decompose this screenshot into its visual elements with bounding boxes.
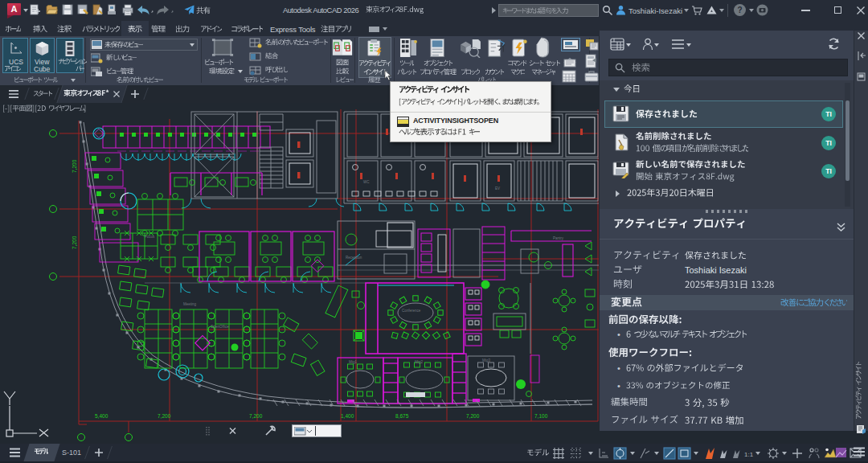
svg-text:Mtg3: Mtg3 [482, 359, 491, 363]
svg-text:WC: WC [363, 180, 370, 184]
svg-text:7,200: 7,200 [249, 413, 263, 419]
svg-text:OpenOffice: OpenOffice [211, 325, 229, 329]
svg-text:Conference: Conference [402, 309, 421, 313]
svg-text:1,400: 1,400 [341, 413, 354, 419]
svg-text:Focus: Focus [145, 235, 155, 239]
svg-text:Mtg2: Mtg2 [415, 360, 424, 364]
svg-text:7,200: 7,200 [72, 236, 77, 249]
svg-text:5,400: 5,400 [95, 413, 108, 419]
svg-text:1:1: 1:1 [744, 451, 754, 458]
svg-text:7,100: 7,100 [534, 413, 548, 419]
svg-text:7,200: 7,200 [72, 159, 77, 173]
svg-text:Meeting: Meeting [183, 302, 197, 306]
svg-text:7,200: 7,200 [466, 413, 480, 419]
svg-text:8,675: 8,675 [395, 413, 409, 419]
svg-text:EV: EV [495, 186, 500, 191]
svg-text:7,200: 7,200 [158, 413, 171, 419]
svg-text:Pantry: Pantry [553, 236, 564, 240]
svg-text:Reception: Reception [346, 256, 362, 260]
svg-text:Mtg1: Mtg1 [349, 360, 358, 364]
